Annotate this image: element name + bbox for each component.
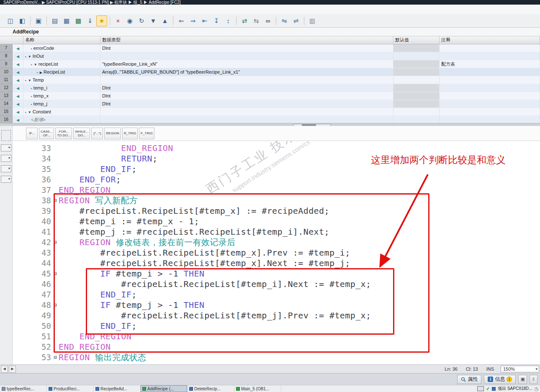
fold-collapse-icon[interactable]: ⊟ xyxy=(52,300,59,310)
go-to-network-icon[interactable]: ◉ xyxy=(124,15,135,26)
row-number-cell[interactable]: 11 xyxy=(0,76,13,84)
scl-code-editor[interactable]: 33 END_REGION34 RETURN;35 END_IF;36 END_… xyxy=(13,141,540,364)
code-line[interactable]: 50 END_IF; xyxy=(13,321,540,331)
default-value-cell[interactable] xyxy=(393,60,440,68)
panel-collapse-icon[interactable]: ⇩ xyxy=(530,375,537,384)
taskbar-item[interactable]: DeleteRecip... xyxy=(188,385,234,392)
data-type-cell[interactable]: "typeBeerRecipe_Link_xN" xyxy=(100,60,393,68)
row-number-cell[interactable]: 8 xyxy=(0,52,13,60)
code-line[interactable]: 36 END_FOR; xyxy=(13,174,540,185)
default-value-cell[interactable] xyxy=(393,52,440,60)
code-line[interactable]: 34 RETURN; xyxy=(13,154,540,164)
rail-dropdown-3[interactable]: ▾ xyxy=(1,165,11,172)
data-type-cell[interactable]: Array[0.."TABBLE_UPPER_BOUND"] of "typeB… xyxy=(100,68,393,76)
chevron-right-icon[interactable]: ▶ xyxy=(40,71,42,74)
code-line[interactable]: 37END_REGION xyxy=(13,185,540,195)
default-value-cell[interactable] xyxy=(393,84,440,92)
default-value-cell[interactable] xyxy=(393,108,440,116)
column-header-name[interactable]: 名称 xyxy=(23,36,100,44)
table-row[interactable]: 8◀▪▼InOut xyxy=(0,52,540,60)
variable-name-cell[interactable]: ▪▼InOut xyxy=(23,52,100,60)
rail-dropdown-4[interactable]: ▾ xyxy=(1,176,11,183)
code-line[interactable]: 43 #recipeList.RecipeList[#temp_x].Prev … xyxy=(13,248,540,258)
data-type-cell[interactable] xyxy=(100,108,393,116)
variable-name-cell[interactable]: ▪▼Constant xyxy=(23,108,100,116)
insert-row-icon[interactable]: ◫ xyxy=(5,15,16,26)
table-row[interactable]: 10◀▪▶RecipeListArray[0.."TABBLE_UPPER_BO… xyxy=(0,68,540,76)
chevron-down-icon[interactable]: ▼ xyxy=(28,79,31,82)
code-line[interactable]: 52END_REGION xyxy=(13,342,540,352)
copy-block-icon[interactable]: ▣ xyxy=(33,15,44,26)
scroll-left-button[interactable]: ◀ xyxy=(1,366,8,373)
comment-cell[interactable] xyxy=(440,84,540,92)
chevron-down-icon[interactable]: ▼ xyxy=(34,63,37,67)
column-header-comment[interactable]: 注释 xyxy=(440,36,540,44)
go-offline-icon[interactable]: ⇆ xyxy=(251,15,262,26)
code-line[interactable]: 47 END_IF; xyxy=(13,290,540,300)
fold-collapse-icon[interactable]: ⊟ xyxy=(52,269,59,279)
column-header-datatype[interactable]: 数据类型 xyxy=(100,36,393,44)
snippet-f_trig-button[interactable]: F_TRIG xyxy=(139,128,154,139)
snippet-fortodo-button[interactable]: FOR...TO DO... xyxy=(55,128,72,139)
data-type-cell[interactable]: DInt xyxy=(100,44,393,52)
chevron-down-icon[interactable]: ▼ xyxy=(28,110,31,114)
data-type-cell[interactable]: DInt xyxy=(100,100,393,108)
data-type-cell[interactable] xyxy=(100,76,393,84)
go-online-icon[interactable]: ⇄ xyxy=(239,15,250,26)
breadcrumb[interactable]: SAPCIIProDemoV... ▶ SAPCIIProCPU [CPU 15… xyxy=(0,0,540,5)
snippet-if-button[interactable]: IF... xyxy=(26,128,38,139)
load-start-values-icon[interactable]: ⇓ xyxy=(85,15,95,26)
table-row[interactable]: 12◀▪temp_iDInt xyxy=(0,84,540,92)
row-number-cell[interactable]: 9 xyxy=(0,60,13,68)
bookmark-placeholder[interactable] xyxy=(1,130,11,141)
default-value-cell[interactable] xyxy=(393,92,440,100)
expand-regions-icon[interactable]: ▼ xyxy=(148,15,159,26)
code-line[interactable]: 38⊟REGION 写入新配方 xyxy=(13,195,540,206)
variable-name-cell[interactable]: ▪temp_i xyxy=(23,84,100,92)
variable-name-cell[interactable]: ▪▼Temp xyxy=(23,76,100,84)
snippet-comment-button[interactable]: (*...*) xyxy=(91,128,103,139)
table-row[interactable]: 15◀▪▼Constant xyxy=(0,108,540,116)
taskbar-item[interactable]: RecipeBeAd... xyxy=(94,385,141,392)
properties-button[interactable]: 属性 xyxy=(457,375,481,384)
code-line[interactable]: 41 #temp_j := #recipeList.RecipeList[#te… xyxy=(13,227,540,237)
comment-cell[interactable] xyxy=(440,76,540,84)
table-row[interactable]: 9◀▪▼recipeList"typeBeerRecipe_Link_xN"配方… xyxy=(0,60,540,68)
fold-collapse-icon[interactable]: ⊟ xyxy=(52,195,59,206)
code-line[interactable]: 49 #recipeList.RecipeList[#temp_j].Prev … xyxy=(13,310,540,321)
default-value-cell[interactable] xyxy=(393,44,440,52)
comment-cell[interactable] xyxy=(440,44,540,52)
code-line[interactable]: 46 #recipeList.RecipeList[#temp_i].Next … xyxy=(13,279,540,290)
snapshot-values-icon[interactable]: ▦ xyxy=(61,15,72,26)
table-row[interactable]: 7◀▪errorCodeDInt xyxy=(0,44,540,52)
comment-cell[interactable]: 配方表 xyxy=(440,60,540,68)
comment-cell[interactable] xyxy=(440,92,540,100)
update-block-calls-icon[interactable]: ↻ xyxy=(136,15,147,26)
data-type-cell[interactable]: DInt xyxy=(100,84,393,92)
rail-dropdown-1[interactable]: ▾ xyxy=(1,144,11,151)
copy-snapshot-icon[interactable]: ▩ xyxy=(73,15,84,26)
outdent-icon[interactable]: ⇤ xyxy=(199,15,210,26)
row-number-cell[interactable]: 10 xyxy=(0,68,13,76)
snippet-region-button[interactable]: REGION xyxy=(104,128,121,139)
indent-left-icon[interactable]: ⇐ xyxy=(176,15,187,26)
code-line[interactable]: 53⊟REGION 输出完成状态 xyxy=(13,352,540,363)
variable-name-cell[interactable]: ▪temp_x xyxy=(23,92,100,100)
variable-name-cell[interactable]: ▪▶RecipeList xyxy=(23,68,100,76)
snippet-whiledo-button[interactable]: WHILE...DO... xyxy=(73,128,90,139)
code-line[interactable]: 48⊟ IF #temp_j > -1 THEN xyxy=(13,300,540,310)
code-line[interactable]: 42⊟ REGION 修改链表，接在前一有效记录后 xyxy=(13,237,540,248)
comment-cell[interactable] xyxy=(440,52,540,60)
variable-name-cell[interactable]: ▪temp_j xyxy=(23,100,100,108)
scroll-right-button[interactable]: ▶ xyxy=(9,366,16,373)
table-row[interactable]: 14◀▪temp_jDInt xyxy=(0,100,540,108)
comment-cell[interactable] xyxy=(440,108,540,116)
snippet-caseof-button[interactable]: CASE...OF... xyxy=(39,128,54,139)
indent-right-icon[interactable]: ⇒ xyxy=(188,15,198,26)
comment-cell[interactable] xyxy=(440,68,540,76)
code-line[interactable]: 45⊟ IF #temp_i > -1 THEN xyxy=(13,269,540,279)
monitoring-glasses-icon[interactable]: ∞ xyxy=(262,15,273,26)
table-row[interactable]: 13◀▪temp_xDInt xyxy=(0,92,540,100)
code-line[interactable]: 51 END_REGION xyxy=(13,331,540,342)
column-header-default[interactable]: 默认值 xyxy=(393,36,440,44)
